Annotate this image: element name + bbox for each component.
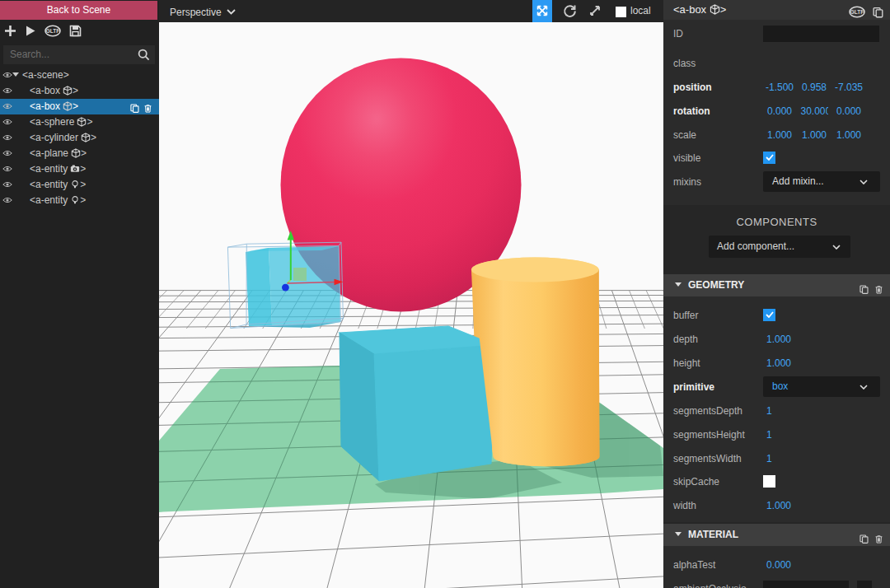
svg-text:GLTF: GLTF: [850, 9, 864, 15]
svg-text:GLTF: GLTF: [46, 28, 60, 34]
